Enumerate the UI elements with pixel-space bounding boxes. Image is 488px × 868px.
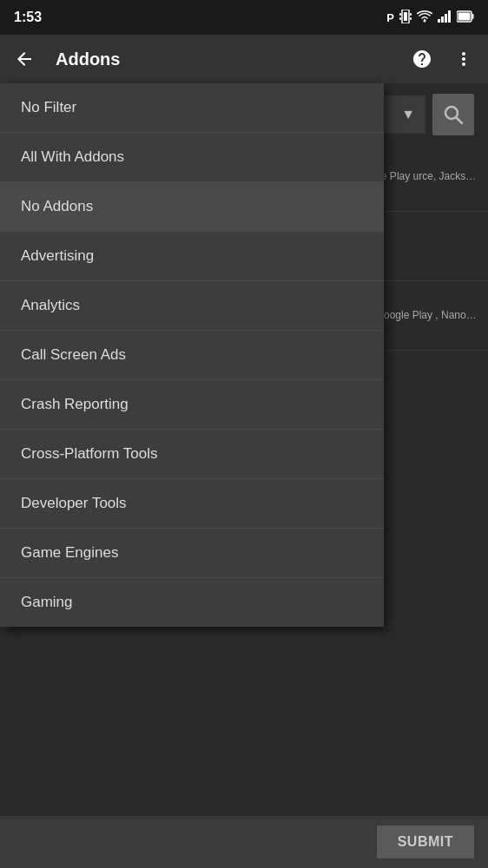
bottom-bar: SUBMIT xyxy=(0,816,488,868)
dropdown-item-no-addons[interactable]: No Addons xyxy=(0,182,384,232)
page-title: Addons xyxy=(56,49,398,69)
submit-button[interactable]: SUBMIT xyxy=(377,825,474,858)
svg-rect-1 xyxy=(404,12,407,21)
dropdown-item-call-screen-ads[interactable]: Call Screen Ads xyxy=(0,331,384,380)
content-area: Filter: ▼ xyxy=(0,83,488,868)
overflow-menu-button[interactable] xyxy=(446,42,481,76)
dropdown-item-all-with-addons[interactable]: All With Addons xyxy=(0,133,384,182)
status-bar: 1:53 P xyxy=(0,0,488,35)
svg-rect-7 xyxy=(438,19,440,23)
signal-icon xyxy=(438,10,452,25)
dropdown-item-gaming[interactable]: Gaming xyxy=(0,578,384,627)
p-icon: P xyxy=(386,11,394,24)
svg-rect-10 xyxy=(448,10,451,23)
dropdown-item-cross-platform-tools[interactable]: Cross-Platform Tools xyxy=(0,430,384,479)
dropdown-item-no-filter[interactable]: No Filter xyxy=(0,83,384,133)
svg-line-15 xyxy=(456,117,462,123)
svg-rect-12 xyxy=(472,14,474,19)
chevron-down-icon: ▼ xyxy=(401,107,415,122)
filter-dropdown-menu: No Filter All With Addons No Addons Adve… xyxy=(0,83,384,627)
status-time: 1:53 xyxy=(14,10,42,25)
dropdown-item-crash-reporting[interactable]: Crash Reporting xyxy=(0,380,384,430)
svg-rect-4 xyxy=(399,17,401,20)
svg-rect-2 xyxy=(399,13,401,16)
svg-rect-13 xyxy=(458,12,471,20)
battery-icon xyxy=(457,10,474,25)
dropdown-item-developer-tools[interactable]: Developer Tools xyxy=(0,479,384,529)
status-icons: P xyxy=(386,10,474,26)
dropdown-item-game-engines[interactable]: Game Engines xyxy=(0,529,384,578)
svg-rect-8 xyxy=(441,16,444,23)
help-button[interactable] xyxy=(405,42,439,76)
wifi-icon xyxy=(417,10,432,25)
svg-rect-9 xyxy=(445,14,447,23)
svg-point-6 xyxy=(424,19,426,22)
dropdown-item-analytics[interactable]: Analytics xyxy=(0,281,384,331)
svg-rect-3 xyxy=(410,13,412,16)
back-button[interactable] xyxy=(7,42,42,76)
toolbar: Addons xyxy=(0,35,488,83)
svg-rect-5 xyxy=(410,17,412,20)
dropdown-item-advertising[interactable]: Advertising xyxy=(0,232,384,281)
search-button[interactable] xyxy=(432,94,474,135)
vibrate-icon xyxy=(399,10,412,26)
